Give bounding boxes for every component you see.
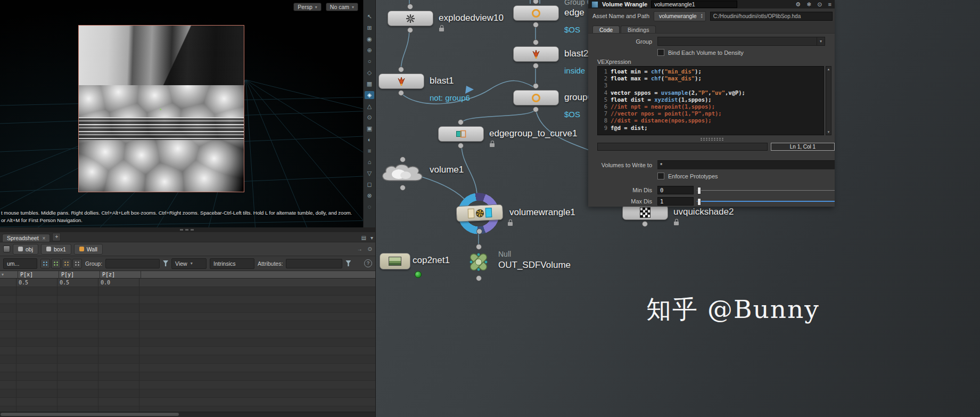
code-line[interactable]: 2float max = chf("max_dis"); <box>598 75 823 82</box>
table-row[interactable]: 0.50.50.0 <box>0 279 375 287</box>
gear-icon[interactable]: ⚙ <box>795 1 801 8</box>
tab-spreadsheet[interactable]: Spreadsheet × <box>2 234 50 242</box>
input-connector[interactable] <box>398 67 404 72</box>
horizontal-scrollbar[interactable] <box>0 412 375 417</box>
input-connector[interactable] <box>533 39 539 45</box>
min-dis-slider[interactable] <box>697 186 835 194</box>
bind-density-checkbox[interactable] <box>657 49 664 56</box>
node-name-field[interactable] <box>651 1 737 8</box>
home-view-icon[interactable]: ⌂ <box>365 158 374 166</box>
input-connector[interactable] <box>407 4 413 10</box>
select-tool-icon[interactable]: ↖ <box>365 13 374 21</box>
slider-handle[interactable] <box>697 187 701 194</box>
pane-maximize-icon[interactable]: ▤ <box>361 235 366 241</box>
code-line[interactable]: 3 <box>598 82 823 89</box>
node-body[interactable] <box>378 73 424 89</box>
node-body[interactable] <box>388 11 433 26</box>
node-blast2[interactable]: blast2inside <box>513 46 559 62</box>
scroll-down-icon[interactable]: ▾ <box>828 130 830 134</box>
output-connector[interactable] <box>642 221 648 227</box>
attributes-funnel-icon[interactable] <box>345 260 351 266</box>
input-connector[interactable] <box>476 244 482 250</box>
enforce-prototypes-checkbox[interactable] <box>657 173 664 179</box>
node-body[interactable] <box>622 205 668 220</box>
node-explodedview10[interactable]: explodedview10 <box>388 11 433 26</box>
group-param-field[interactable]: ▾ <box>657 37 825 46</box>
display-options-icon[interactable]: ▣ <box>365 125 374 133</box>
node-cop2net1[interactable]: cop2net1 <box>380 253 410 269</box>
render-flag-badge[interactable] <box>415 271 422 278</box>
view-tool-icon[interactable]: ○ <box>365 58 374 66</box>
output-connector[interactable] <box>458 143 464 149</box>
node-body[interactable] <box>513 46 559 62</box>
output-connector[interactable] <box>533 63 539 69</box>
material-preview-icon[interactable]: ◐ <box>365 136 374 144</box>
column-header[interactable]: P[z] <box>100 271 141 278</box>
pane-divider[interactable] <box>0 227 375 232</box>
geometry-plane[interactable] <box>79 26 244 192</box>
corner-header[interactable]: ▾ <box>0 271 18 278</box>
scene-viewport[interactable]: Persp ▾ No cam ▾ t mouse tumbles. Middle… <box>0 0 375 227</box>
input-connector[interactable] <box>458 119 464 125</box>
code-line[interactable]: 5float dist = xyzdist(1,sppos); <box>598 96 823 103</box>
asset-select[interactable]: volumewrangle ▴▾ <box>654 11 706 21</box>
slider-handle[interactable] <box>697 198 701 206</box>
scrollbar-thumb[interactable] <box>1 413 179 416</box>
group-filter-funnel-icon[interactable] <box>163 260 168 266</box>
primitives-mode-button[interactable] <box>62 259 71 268</box>
input-connector[interactable] <box>533 0 539 4</box>
node-body[interactable] <box>513 5 559 21</box>
snap-toggle-icon[interactable]: ◇ <box>365 69 374 77</box>
code-line[interactable]: 4vector sppos = uvsample(2,"P","uv",v@P)… <box>598 89 823 96</box>
close-tab-icon[interactable]: × <box>43 235 46 241</box>
spinner-icon[interactable]: ▴▾ <box>701 13 703 19</box>
translate-tool-icon[interactable]: ⊞ <box>365 24 374 32</box>
search-icon[interactable]: ⊙ <box>817 1 822 8</box>
max-dis-slider[interactable] <box>697 197 835 206</box>
column-header[interactable]: P[x] <box>18 271 59 278</box>
code-line[interactable]: 9f@d = dist; <box>598 125 823 132</box>
breadcrumb-wall[interactable]: Wall <box>74 244 103 255</box>
camera-menu[interactable]: No cam ▾ <box>326 3 358 11</box>
max-dis-field[interactable] <box>657 197 694 206</box>
menu-icon[interactable]: ≡ <box>828 1 831 8</box>
column-filter-select[interactable]: um... <box>3 258 37 269</box>
editor-scrollbar[interactable]: ▴ ▾ <box>826 66 831 135</box>
input-connector[interactable] <box>533 83 539 89</box>
node-body[interactable] <box>513 90 559 105</box>
lighting-toggle-icon[interactable]: ⊙ <box>365 113 374 121</box>
render-region-icon[interactable]: ⊗ <box>365 192 374 200</box>
snippet-field[interactable] <box>597 143 768 151</box>
points-mode-button[interactable] <box>40 259 50 268</box>
code-line[interactable]: 6//int npt = nearpoint(1,sppos); <box>598 103 823 110</box>
node-edgegroup_to_curve1[interactable]: edgegroup_to_curve1 <box>438 126 484 142</box>
node-body[interactable] <box>380 253 410 269</box>
vex-code-editor[interactable]: 1float min = chf("min_dis");2float max =… <box>597 66 824 135</box>
node-uvquickshade2[interactable]: uvquickshade2 <box>622 205 668 220</box>
node-body[interactable] <box>456 204 503 222</box>
code-line[interactable]: 7//vector npos = point(1,"P",npt); <box>598 110 823 117</box>
pane-menu-icon[interactable]: ▾ <box>370 235 373 241</box>
scale-tool-icon[interactable]: ⊕ <box>365 46 374 54</box>
output-connector[interactable] <box>398 90 404 96</box>
output-connector[interactable] <box>407 27 413 33</box>
group-dropdown-icon[interactable]: ▾ <box>817 37 825 45</box>
column-header[interactable]: P[y] <box>59 271 100 278</box>
sheet-body[interactable]: 0.50.50.0 <box>0 279 375 412</box>
attributes-filter-input[interactable] <box>286 259 342 268</box>
node-OUT_SDFVolume[interactable]: NullOUT_SDFVolume <box>466 250 491 274</box>
node-volumewrangle1[interactable]: volumewrangle1 <box>456 205 503 221</box>
freeze-icon[interactable]: ❄ <box>806 1 811 8</box>
ghost-other-objects-icon[interactable]: ◌ <box>365 203 374 211</box>
output-connector[interactable] <box>400 185 406 191</box>
help-icon[interactable]: ? <box>364 259 372 267</box>
breadcrumb-obj[interactable]: obj <box>13 244 38 255</box>
node-edge[interactable]: Group Cedge$OS <box>513 5 559 21</box>
volumes-field[interactable] <box>657 160 835 169</box>
output-connector[interactable] <box>476 228 482 234</box>
output-connector[interactable] <box>533 107 539 112</box>
rotate-tool-icon[interactable]: ◉ <box>365 35 374 43</box>
add-tab-button[interactable]: + <box>52 233 61 241</box>
code-line[interactable]: 8//dist = distance(npos,sppos); <box>598 117 823 124</box>
frame-selected-icon[interactable]: ▽ <box>365 169 374 177</box>
